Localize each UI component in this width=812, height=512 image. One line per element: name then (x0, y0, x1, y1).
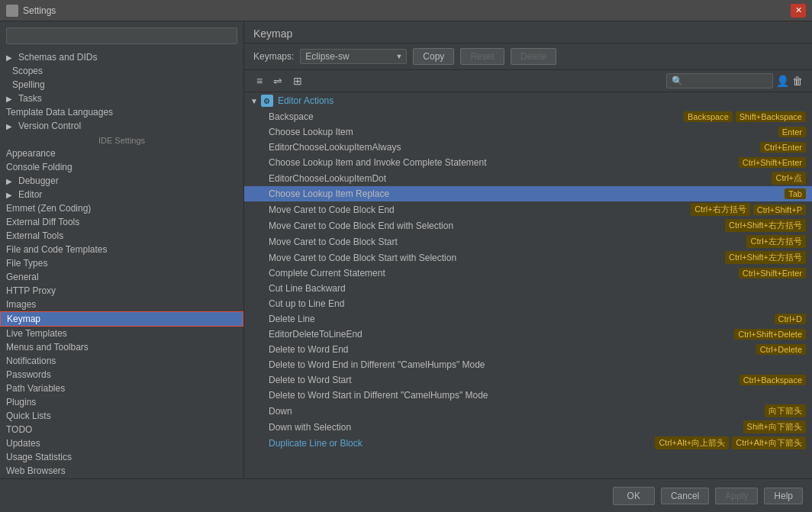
sidebar-item-schemas[interactable]: ▶Schemas and DIDs (0, 50, 243, 64)
action-name: EditorChooseLookupItemDot (269, 173, 768, 184)
collapse-all-button[interactable]: ⇌ (270, 73, 285, 89)
shortcut-badge: Ctrl+Shift+P (753, 204, 806, 215)
sidebar-item-editor[interactable]: ▶Editor (0, 188, 243, 201)
sidebar-item-menus-toolbars[interactable]: Menus and Toolbars (0, 340, 243, 354)
sidebar-item-version-control[interactable]: ▶Version Control (0, 119, 243, 133)
close-button[interactable]: ✕ (791, 4, 806, 18)
sidebar-item-quick-lists[interactable]: Quick Lists (0, 409, 243, 423)
sidebar-item-spelling[interactable]: Spelling (0, 78, 243, 92)
action-name: EditorChooseLookupItemAlways (269, 142, 757, 153)
expand-all-button[interactable]: ≡ (253, 73, 266, 89)
shortcut-badge: Shift+向下箭头 (743, 420, 806, 433)
action-row[interactable]: Move Caret to Code Block Start with Sele… (244, 250, 812, 266)
action-name: Choose Lookup Item and Invoke Complete S… (269, 157, 736, 168)
sidebar-item-passwords[interactable]: Passwords (0, 368, 243, 382)
sidebar-item-label: Scopes (12, 66, 43, 76)
expand-arrow-icon: ▶ (6, 191, 15, 199)
action-row[interactable]: Cut up to Line End (244, 296, 812, 311)
delete-button[interactable]: Delete (511, 48, 557, 65)
action-name: Move Caret to Code Block Start with Sele… (269, 253, 722, 263)
sidebar-item-template-data[interactable]: Template Data Languages (0, 105, 243, 119)
sidebar-item-external-diff[interactable]: External Diff Tools (0, 215, 243, 229)
shortcut-badge: Ctrl+Shift+左方括号 (725, 251, 806, 264)
action-category-editor[interactable]: ▼ ⚙ Editor Actions (244, 92, 812, 109)
sidebar-item-label: TODO (6, 424, 32, 435)
action-name: Delete to Word Start (269, 375, 736, 385)
reset-button[interactable]: Reset (460, 48, 504, 65)
action-search-input[interactable] (666, 73, 773, 89)
action-name: Move Caret to Code Block End with Select… (269, 221, 722, 231)
sidebar-item-label: Live Templates (6, 328, 67, 339)
expand-arrow-icon: ▶ (6, 53, 15, 62)
action-row[interactable]: Move Caret to Code Block EndCtrl+右方括号Ctr… (244, 201, 812, 217)
action-row[interactable]: Complete Current StatementCtrl+Shift+Ent… (244, 266, 812, 281)
sidebar-item-label: File Types (6, 258, 47, 269)
action-name: Cut Line Backward (269, 283, 806, 294)
shortcut-badge: Enter (778, 127, 806, 137)
action-row[interactable]: EditorChooseLookupItemDotCtrl+点 (244, 170, 812, 186)
action-row[interactable]: EditorChooseLookupItemAlwaysCtrl+Enter (244, 140, 812, 155)
copy-button[interactable]: Copy (413, 48, 454, 65)
action-row[interactable]: Move Caret to Code Block End with Select… (244, 217, 812, 233)
sidebar-item-label: External Diff Tools (6, 217, 79, 227)
sidebar-item-file-code-templates[interactable]: File and Code Templates (0, 243, 243, 256)
sidebar-item-plugins[interactable]: Plugins (0, 395, 243, 409)
action-row[interactable]: Choose Lookup ItemEnter (244, 124, 812, 140)
shortcut-badge: Ctrl+Shift+Enter (739, 268, 806, 279)
sidebar-item-emmet[interactable]: Emmet (Zen Coding) (0, 201, 243, 215)
sidebar-item-tasks[interactable]: ▶Tasks (0, 92, 243, 105)
trash-icon[interactable]: 🗑 (792, 75, 803, 87)
sidebar-item-label: Images (6, 299, 36, 310)
sidebar: ▶Schemas and DIDsScopesSpelling▶TasksTem… (0, 21, 244, 478)
shortcut-badge: Ctrl+Shift+右方括号 (725, 219, 806, 232)
sidebar-item-keymap[interactable]: Keymap (0, 311, 243, 327)
sidebar-item-path-variables[interactable]: Path Variables (0, 382, 243, 395)
sidebar-item-http-proxy[interactable]: HTTP Proxy (0, 284, 243, 298)
action-name: Choose Lookup Item (269, 127, 775, 137)
help-button[interactable]: Help (764, 488, 803, 504)
action-row[interactable]: Cut Line Backward (244, 281, 812, 296)
sidebar-item-notifications[interactable]: Notifications (0, 354, 243, 368)
sidebar-item-appearance[interactable]: Appearance (0, 147, 243, 160)
sidebar-item-external-tools[interactable]: External Tools (0, 229, 243, 243)
action-row[interactable]: Delete to Word EndCtrl+Delete (244, 342, 812, 357)
shortcut-badge: 向下箭头 (765, 404, 806, 417)
sidebar-item-label: Spelling (12, 79, 45, 90)
keymap-select[interactable]: Eclipse-sw Default Emacs Mac OS X (300, 49, 407, 64)
action-row[interactable]: Choose Lookup Item ReplaceTab (244, 186, 812, 201)
filter-button[interactable]: ⊞ (290, 73, 305, 89)
action-row[interactable]: Delete to Word StartCtrl+Backspace (244, 372, 812, 388)
expand-arrow-icon: ▶ (6, 177, 15, 185)
action-row[interactable]: BackspaceBackspaceShift+Backspace (244, 109, 812, 124)
sidebar-search-input[interactable] (6, 27, 237, 44)
cancel-button[interactable]: Cancel (661, 488, 709, 504)
sidebar-item-label: Version Control (18, 121, 81, 131)
sidebar-item-updates[interactable]: Updates (0, 436, 243, 450)
action-row[interactable]: Down向下箭头 (244, 403, 812, 419)
action-row[interactable]: Delete to Word End in Different "CamelHu… (244, 357, 812, 372)
right-panel: Keymap Keymaps: Eclipse-sw Default Emacs… (244, 21, 812, 478)
action-row[interactable]: Move Caret to Code Block StartCtrl+左方括号 (244, 233, 812, 250)
sidebar-item-images[interactable]: Images (0, 298, 243, 311)
action-row[interactable]: EditorDeleteToLineEndCtrl+Shift+Delete (244, 327, 812, 342)
action-name: Delete Line (269, 314, 772, 324)
sidebar-item-scopes[interactable]: Scopes (0, 64, 243, 78)
sidebar-item-file-types[interactable]: File Types (0, 256, 243, 270)
keymaps-label: Keymaps: (253, 51, 294, 62)
sidebar-item-console-folding[interactable]: Console Folding (0, 160, 243, 174)
sidebar-item-web-browsers[interactable]: Web Browsers (0, 464, 243, 478)
sidebar-item-todo[interactable]: TODO (0, 423, 243, 436)
panel-title: Keymap (253, 27, 292, 40)
sidebar-item-debugger[interactable]: ▶Debugger (0, 174, 243, 188)
action-row[interactable]: Delete to Word Start in Different "Camel… (244, 388, 812, 403)
sidebar-item-label: Tasks (18, 93, 42, 104)
sidebar-item-usage-statistics[interactable]: Usage Statistics (0, 450, 243, 464)
sidebar-item-general[interactable]: General (0, 270, 243, 284)
apply-button[interactable]: Apply (715, 488, 758, 504)
action-row[interactable]: Delete LineCtrl+D (244, 311, 812, 327)
ok-button[interactable]: OK (613, 487, 655, 505)
sidebar-item-live-templates[interactable]: Live Templates (0, 327, 243, 340)
action-row[interactable]: Down with SelectionShift+向下箭头 (244, 419, 812, 435)
action-row[interactable]: Duplicate Line or BlockCtrl+Alt+向上箭头Ctrl… (244, 435, 812, 451)
action-row[interactable]: Choose Lookup Item and Invoke Complete S… (244, 155, 812, 170)
